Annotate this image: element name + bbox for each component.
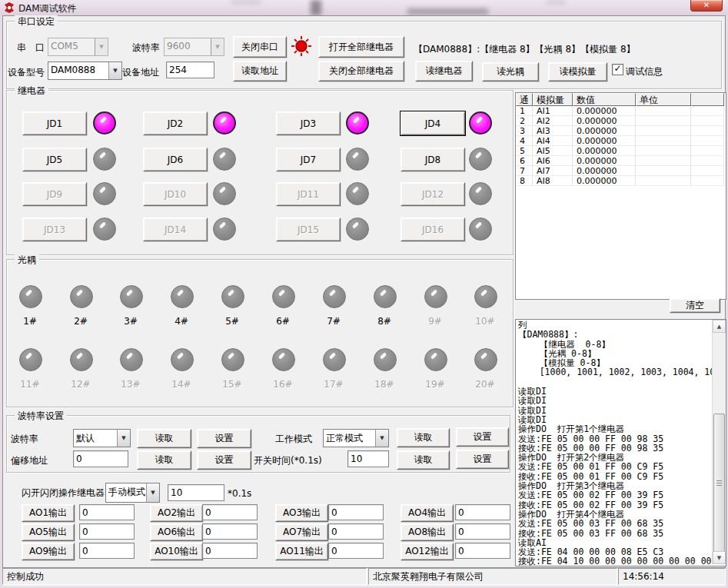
opto-label-11: 11# [13,379,47,390]
relay-button-jd2[interactable]: JD2 [143,111,208,135]
table-cell: 0.000000 [573,126,636,136]
baud-set-button[interactable]: 设置 [197,429,251,448]
ao-output-input-3[interactable] [328,504,384,520]
analog-table[interactable]: 通模拟量数值单位1AI10.0000002AI20.0000003AI30.00… [515,92,726,300]
ao-output-button-5[interactable]: AO5输出 [22,523,75,541]
relay-button-jd15[interactable]: JD15 [276,218,341,241]
relay-button-jd12[interactable]: JD12 [401,182,465,206]
ao-output-input-2[interactable] [202,504,258,520]
offset-addr-input[interactable] [73,450,128,467]
serial-port-select[interactable]: COM5 ▼ [48,38,108,56]
scroll-down-icon[interactable]: ▼ [713,551,726,564]
switch-time-input[interactable] [347,450,389,467]
scroll-up-icon[interactable]: ▲ [713,320,726,333]
switch-time-read-button[interactable]: 读取 [397,450,450,470]
table-row[interactable]: 1AI10.000000 [516,106,726,116]
ao-output-input-4[interactable] [455,504,510,520]
table-row[interactable]: 6AI60.000000 [516,156,726,166]
table-cell: 6 [516,156,533,166]
ao-output-button-8[interactable]: AO8输出 [401,523,454,541]
ao-output-input-12[interactable] [455,543,510,559]
ao-output-button-9[interactable]: AO9输出 [22,543,75,560]
offset-set-button[interactable]: 设置 [197,450,251,470]
clear-log-button[interactable]: 清空 [670,298,720,313]
table-cell [636,126,691,136]
baud-read-button[interactable]: 读取 [137,429,191,448]
offset-read-button[interactable]: 读取 [137,450,191,470]
close-port-button[interactable]: 关闭串口 [233,36,287,58]
ao-output-button-7[interactable]: AO7输出 [275,523,328,541]
relay-led-jd11 [346,182,369,205]
read-analog-button[interactable]: 读模拟量 [548,62,607,81]
read-relay-button[interactable]: 读继电器 [415,61,473,81]
baud2-select[interactable]: 默认 ▼ [73,429,131,447]
table-row[interactable]: 4AI40.000000 [516,136,726,146]
flash-time-input[interactable] [168,484,224,501]
ao-output-input-7[interactable] [328,523,384,540]
log-box[interactable]: 列 【DAM0888】: 【继电器 0-8】 【光耦 0-8】 【模拟量 0-8… [515,319,726,566]
ao-output-input-6[interactable] [202,523,258,540]
opto-led-4 [171,285,194,308]
baudrate-select[interactable]: 9600 ▼ [164,38,224,56]
ao-output-button-12[interactable]: AO12输出 [401,543,454,560]
relay-led-jd3 [346,111,369,135]
device-model-select[interactable]: DAM0888 ▼ [48,61,122,80]
work-mode-read-button[interactable]: 读取 [397,428,450,447]
chevron-down-icon: ▼ [95,38,108,55]
table-row[interactable]: 5AI50.000000 [516,146,726,156]
relay-led-jd8 [469,148,492,171]
work-mode-set-button[interactable]: 设置 [456,427,509,447]
ao-output-input-11[interactable] [328,543,384,559]
relay-button-jd4[interactable]: JD4 [401,111,465,135]
ao-output-button-2[interactable]: AO2输出 [150,504,203,522]
log-text: 列 【DAM0888】: 【继电器 0-8】 【光耦 0-8】 【模拟量 0-8… [518,321,726,566]
relay-button-jd6[interactable]: JD6 [143,148,208,171]
work-mode-select[interactable]: 正常模式 ▼ [323,429,389,447]
close-button[interactable]: ✕ [690,0,723,12]
ao-output-input-9[interactable] [79,543,135,559]
log-scrollbar[interactable]: ▲ ▼ [712,320,726,564]
relay-button-jd5[interactable]: JD5 [22,148,87,171]
relay-button-jd1[interactable]: JD1 [22,111,87,135]
table-cell: 0.000000 [573,176,636,186]
analog-table-header-cell: 通 [516,93,533,106]
table-cell: AI1 [533,106,573,116]
read-addr-button[interactable]: 读取地址 [233,61,287,81]
ao-output-input-5[interactable] [79,523,135,540]
relay-button-jd13[interactable]: JD13 [22,218,87,241]
status-message: 控制成功 [2,568,367,585]
relay-button-jd3[interactable]: JD3 [276,111,341,135]
opto-label-10: 10# [468,316,502,327]
close-all-relays-button[interactable]: 关闭全部继电器 [318,61,404,81]
read-opto-button[interactable]: 读光耦 [482,62,539,81]
relay-button-jd7[interactable]: JD7 [276,148,341,171]
device-addr-input[interactable] [166,61,214,78]
relay-button-jd11[interactable]: JD11 [276,182,341,206]
ao-output-button-3[interactable]: AO3输出 [275,504,328,522]
relay-button-jd8[interactable]: JD8 [401,148,465,171]
relay-button-jd16[interactable]: JD16 [401,218,465,241]
ao-output-button-11[interactable]: AO11输出 [275,543,328,560]
relay-led-jd15 [346,218,369,241]
relay-button-jd14[interactable]: JD14 [143,218,208,241]
ao-output-input-1[interactable] [79,504,135,520]
device-model-label: 设备型号 [8,66,45,79]
table-row[interactable]: 2AI20.000000 [516,116,726,126]
titlebar-artifact [231,0,261,4]
relay-button-jd10[interactable]: JD10 [143,182,208,206]
scrollbar-thumb[interactable] [713,414,725,552]
ao-output-input-10[interactable] [202,543,258,559]
table-row[interactable]: 3AI30.000000 [516,126,726,136]
switch-time-set-button[interactable]: 设置 [456,450,509,469]
ao-output-button-1[interactable]: AO1输出 [22,504,75,522]
ao-output-input-8[interactable] [455,523,510,540]
table-row[interactable]: 8AI80.000000 [516,176,726,186]
open-all-relays-button[interactable]: 打开全部继电器 [318,36,404,58]
relay-button-jd9[interactable]: JD9 [22,182,87,206]
ao-output-button-10[interactable]: AO10输出 [150,543,203,560]
ao-output-button-4[interactable]: AO4输出 [401,504,454,522]
table-row[interactable]: 7AI70.000000 [516,166,726,176]
flash-mode-select[interactable]: 手动模式 ▼ [105,483,160,503]
ao-output-button-6[interactable]: AO6输出 [150,523,203,541]
debug-info-checkbox[interactable]: ✓ [612,64,623,75]
